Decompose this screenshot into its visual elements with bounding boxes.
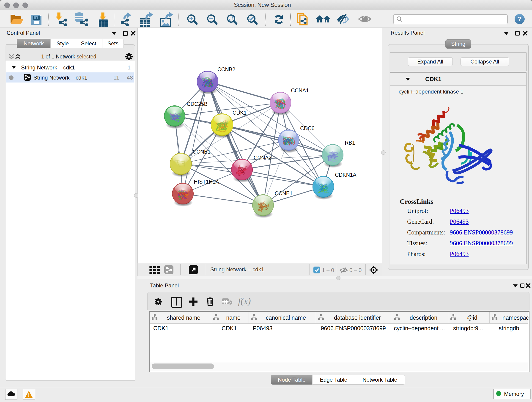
svg-text:CCNB2: CCNB2: [217, 66, 235, 72]
svg-text:CCNA1: CCNA1: [291, 88, 309, 94]
svg-text:CDKN1A: CDKN1A: [335, 172, 356, 178]
svg-text:CCNA2: CCNA2: [254, 155, 272, 161]
svg-text:CCNE1: CCNE1: [275, 191, 293, 196]
svg-text:HIST1H1A: HIST1H1A: [194, 179, 219, 185]
svg-text:CDC6: CDC6: [300, 125, 315, 131]
svg-text:CCNB1: CCNB1: [193, 149, 210, 155]
svg-text:RB1: RB1: [345, 140, 355, 146]
svg-text:CDC25B: CDC25B: [187, 101, 208, 107]
svg-text:CDK1: CDK1: [233, 110, 247, 116]
